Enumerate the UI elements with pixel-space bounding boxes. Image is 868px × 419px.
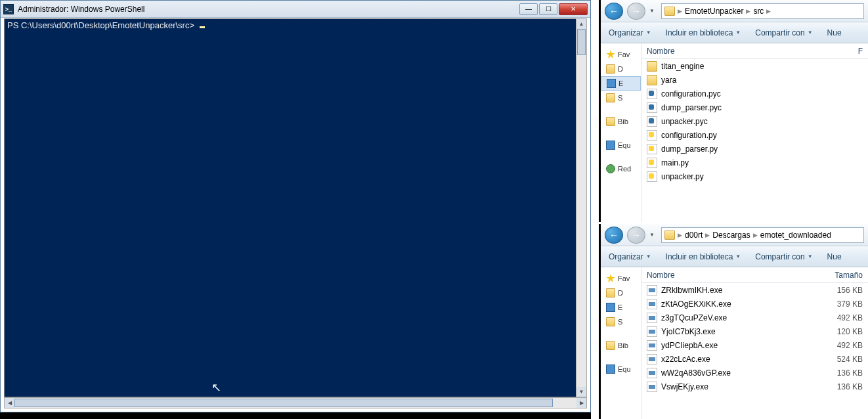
file-size: 120 KB [825, 327, 868, 336]
folder-icon [606, 93, 615, 102]
chevron-right-icon[interactable]: ▶ [752, 232, 759, 238]
history-dropdown-icon[interactable]: ▼ [649, 8, 657, 14]
column-name[interactable]: Nombre [647, 271, 825, 280]
file-name: wW2qA836vGP.exe [661, 368, 825, 378]
scroll-thumb[interactable] [14, 399, 553, 407]
scroll-left-icon[interactable]: ◀ [5, 398, 14, 408]
history-dropdown-icon[interactable]: ▼ [649, 232, 657, 238]
forward-button[interactable]: → [627, 227, 645, 244]
new-button[interactable]: Nue [827, 28, 842, 37]
sidebar-computer[interactable]: Equ [601, 138, 641, 152]
organize-menu[interactable]: Organizar▼ [609, 28, 651, 37]
scroll-thumb[interactable] [577, 29, 586, 55]
titlebar[interactable]: >_ Administrador: Windows PowerShell — ☐… [1, 1, 590, 18]
file-row[interactable]: unpacker.pyc [641, 114, 868, 128]
file-name: ZRkIbwmIKH.exe [661, 286, 825, 295]
file-row[interactable]: main.py [641, 156, 868, 169]
column-name[interactable]: Nombre [647, 47, 825, 56]
file-name: main.py [661, 158, 825, 167]
chevron-right-icon[interactable]: ▶ [745, 8, 752, 14]
chevron-right-icon[interactable]: ▶ [765, 8, 772, 14]
close-button[interactable]: ✕ [559, 3, 588, 15]
vertical-scrollbar[interactable]: ▲ ▼ [576, 18, 587, 397]
terminal-area[interactable]: PS C:\Users\d00rt\Desktop\EmotetUnpacker… [4, 18, 587, 397]
chevron-right-icon[interactable]: ▶ [676, 8, 684, 14]
chevron-down-icon: ▼ [735, 254, 741, 259]
file-row[interactable]: titan_engine [641, 59, 868, 73]
sidebar-item[interactable]: E [601, 300, 641, 315]
file-name: configuration.pyc [661, 89, 825, 99]
crumb-1[interactable]: Descargas [712, 231, 750, 240]
share-menu[interactable]: Compartir con▼ [755, 252, 812, 261]
minimize-button[interactable]: — [519, 3, 538, 15]
sidebar-favorites[interactable]: Fav [601, 47, 641, 62]
chevron-down-icon: ▼ [735, 30, 741, 35]
file-size: 379 KB [825, 299, 868, 309]
file-row[interactable]: yara [641, 73, 868, 87]
new-button[interactable]: Nue [827, 252, 842, 261]
back-button[interactable]: ← [605, 227, 623, 244]
file-row[interactable]: z3gTQcuPZeV.exe492 KB [641, 311, 868, 324]
file-list[interactable]: Nombre Tamaño ZRkIbwmIKH.exe156 KBzKtAOg… [641, 267, 868, 419]
file-row[interactable]: configuration.py [641, 128, 868, 142]
chevron-right-icon[interactable]: ▶ [704, 232, 711, 238]
crumb-1[interactable]: src [753, 7, 764, 16]
crumb-0[interactable]: d00rt [685, 231, 703, 240]
column-f[interactable]: F [825, 47, 868, 56]
file-icon [647, 130, 657, 141]
sidebar-item[interactable]: S [601, 315, 641, 329]
file-row[interactable]: VswjEKjy.exe136 KB [641, 380, 868, 393]
mouse-cursor-icon: ↖ [211, 380, 221, 395]
horizontal-scrollbar[interactable]: ◀ ▶ [4, 397, 587, 408]
file-row[interactable]: x22cLcAc.exe524 KB [641, 352, 868, 366]
file-icon [647, 326, 657, 337]
scroll-right-icon[interactable]: ▶ [576, 398, 586, 408]
sidebar-item[interactable]: D [601, 62, 641, 76]
file-size: 492 KB [825, 313, 868, 322]
file-row[interactable]: ydPCIiepbA.exe492 KB [641, 338, 868, 352]
file-row[interactable]: configuration.pyc [641, 87, 868, 100]
chevron-right-icon[interactable]: ▶ [676, 232, 684, 238]
crumb-0[interactable]: EmotetUnpacker [685, 7, 743, 16]
file-name: dump_parser.pyc [661, 103, 825, 112]
organize-menu[interactable]: Organizar▼ [609, 252, 651, 261]
file-icon [647, 299, 657, 309]
include-menu[interactable]: Incluir en biblioteca▼ [666, 28, 741, 37]
computer-icon [606, 364, 615, 374]
prompt: PS C:\Users\d00rt\Desktop\EmotetUnpacker… [7, 20, 197, 30]
column-size[interactable]: Tamaño [825, 271, 868, 280]
chevron-down-icon: ▼ [808, 30, 813, 35]
file-list[interactable]: Nombre F titan_engineyaraconfiguration.p… [641, 43, 868, 222]
column-headers[interactable]: Nombre F [641, 43, 868, 59]
sidebar-item[interactable]: E [601, 76, 641, 91]
breadcrumb[interactable]: ▶ d00rt ▶ Descargas ▶ emotet_downloaded [661, 227, 864, 243]
file-name: unpacker.py [661, 172, 825, 181]
include-menu[interactable]: Incluir en biblioteca▼ [666, 252, 741, 261]
scroll-down-icon[interactable]: ▼ [576, 387, 586, 397]
file-row[interactable]: wW2qA836vGP.exe136 KB [641, 366, 868, 380]
crumb-2[interactable]: emotet_downloaded [760, 231, 831, 240]
share-menu[interactable]: Compartir con▼ [755, 28, 812, 37]
file-row[interactable]: zKtAOgEKXiKK.exe379 KB [641, 297, 868, 311]
file-row[interactable]: dump_parser.pyc [641, 100, 868, 114]
sidebar-favorites[interactable]: Fav [601, 271, 641, 286]
sidebar-item[interactable]: S [601, 91, 641, 105]
border [0, 412, 591, 419]
folder-icon [647, 75, 657, 85]
back-button[interactable]: ← [605, 3, 623, 20]
forward-button[interactable]: → [627, 3, 645, 20]
sidebar-libraries[interactable]: Bib [601, 338, 641, 353]
column-headers[interactable]: Nombre Tamaño [641, 267, 868, 283]
maximize-button[interactable]: ☐ [539, 3, 557, 15]
sidebar-libraries[interactable]: Bib [601, 114, 641, 129]
file-row[interactable]: unpacker.py [641, 169, 868, 183]
file-row[interactable]: dump_parser.py [641, 142, 868, 156]
file-row[interactable]: YjoIC7bKj3.exe120 KB [641, 324, 868, 338]
computer-icon [606, 141, 615, 150]
sidebar-computer[interactable]: Equ [601, 362, 641, 376]
scroll-up-icon[interactable]: ▲ [576, 19, 586, 29]
file-row[interactable]: ZRkIbwmIKH.exe156 KB [641, 283, 868, 297]
sidebar-network[interactable]: Red [601, 162, 641, 176]
sidebar-item[interactable]: D [601, 286, 641, 300]
breadcrumb[interactable]: ▶ EmotetUnpacker ▶ src ▶ [661, 3, 864, 19]
